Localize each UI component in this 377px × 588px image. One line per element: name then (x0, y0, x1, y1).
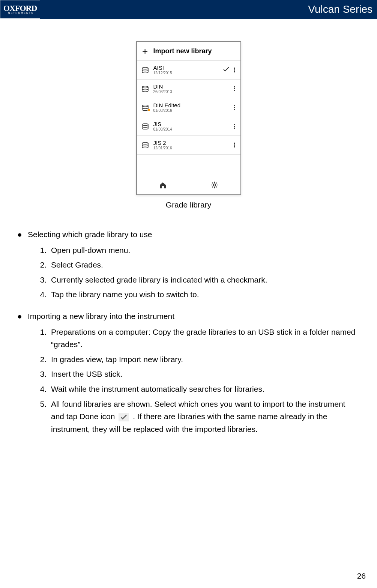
library-row[interactable]: JIS 01/08/2014 (137, 117, 240, 136)
library-stack-icon-edited (141, 105, 150, 111)
step-item: Insert the USB stick. (49, 368, 358, 380)
more-icon[interactable] (231, 143, 237, 147)
step-item: Currently selected grade library is indi… (49, 274, 358, 286)
svg-point-2 (142, 105, 148, 107)
library-row[interactable]: DIN 26/08/2013 (137, 80, 240, 98)
more-icon[interactable] (231, 86, 237, 91)
bullet-icon: ● (15, 310, 28, 323)
more-icon[interactable] (231, 105, 237, 110)
section-selecting: ● Selecting which grade library to use O… (15, 228, 358, 301)
page-header: OXFORD INSTRUMENTS Vulcan Series (0, 0, 377, 19)
gear-icon[interactable] (210, 181, 219, 191)
library-date: 26/08/2013 (153, 90, 222, 94)
home-icon[interactable] (159, 181, 167, 191)
library-stack-icon (141, 142, 150, 148)
blank-area (137, 155, 240, 177)
library-name: JIS (153, 121, 222, 128)
page-number: 26 (357, 571, 366, 580)
section-title: Selecting which grade library to use (28, 228, 358, 241)
step-item: Tap the library name you wish to switch … (49, 288, 358, 301)
import-label: Import new library (153, 47, 212, 55)
svg-point-0 (142, 67, 148, 69)
library-row[interactable]: AISI 12/12/2015 (137, 61, 240, 80)
figure-grade-library: + Import new library AISI 12/12/2015 (15, 41, 362, 209)
svg-point-1 (142, 86, 148, 88)
svg-point-3 (142, 123, 148, 125)
svg-point-4 (142, 142, 148, 144)
step-item: Select Grades. (49, 259, 358, 271)
checkmark-icon (222, 67, 231, 74)
step-item: Open pull-down menu. (49, 244, 358, 257)
body-content: ● Selecting which grade library to use O… (15, 228, 362, 435)
library-date: 12/01/2016 (153, 146, 222, 150)
section-title: Importing a new library into the instrum… (28, 310, 358, 323)
oxford-logo: OXFORD INSTRUMENTS (0, 0, 40, 19)
step-item: Wait while the instrument automatically … (49, 383, 358, 396)
step-item: Preparations on a computer: Copy the gra… (49, 326, 358, 351)
step-item: In grades view, tap Import new library. (49, 353, 358, 366)
library-date: 12/12/2015 (153, 71, 222, 75)
step-item-with-icon: All found libraries are shown. Select wh… (49, 398, 358, 436)
library-date: 01/08/2014 (153, 127, 222, 131)
svg-point-5 (213, 184, 216, 186)
library-name: AISI (153, 65, 222, 71)
bullet-icon: ● (15, 228, 28, 241)
screenshot-footer-nav (137, 177, 240, 194)
library-row[interactable]: DIN Edited 01/08/2016 (137, 98, 240, 117)
library-date: 01/08/2016 (153, 108, 222, 113)
figure-caption: Grade library (166, 200, 211, 209)
library-stack-icon (141, 123, 150, 129)
library-stack-icon (141, 67, 150, 73)
import-new-library-row[interactable]: + Import new library (137, 42, 240, 61)
library-name: JIS 2 (153, 140, 222, 146)
library-row[interactable]: JIS 2 12/01/2016 (137, 136, 240, 155)
more-icon[interactable] (231, 124, 237, 129)
logo-sub-text: INSTRUMENTS (3, 12, 37, 14)
done-check-icon (119, 413, 129, 421)
header-title: Vulcan Series (308, 3, 372, 15)
more-icon[interactable] (231, 68, 237, 72)
library-name: DIN Edited (153, 102, 222, 109)
device-screenshot: + Import new library AISI 12/12/2015 (136, 41, 241, 195)
library-stack-icon (141, 86, 150, 92)
library-name: DIN (153, 84, 222, 90)
logo-main-text: OXFORD (3, 5, 37, 12)
section-importing: ● Importing a new library into the instr… (15, 310, 358, 435)
plus-icon: + (141, 45, 150, 57)
